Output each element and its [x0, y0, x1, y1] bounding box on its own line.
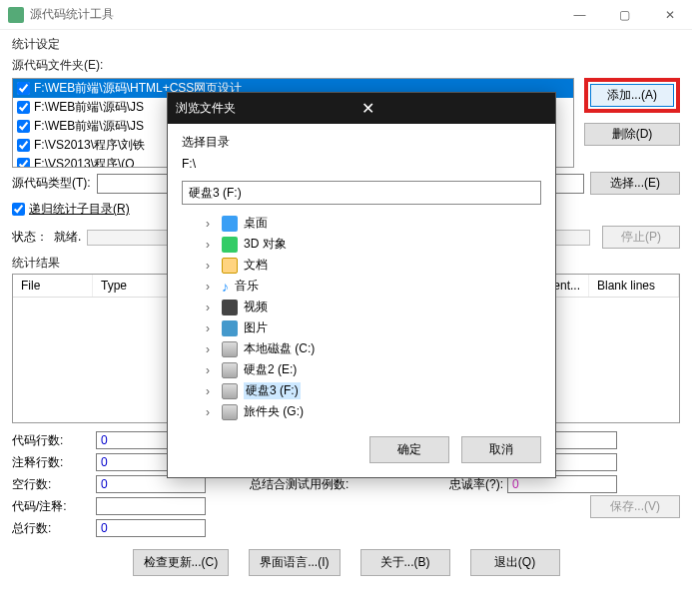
- folder-icon: [222, 362, 238, 378]
- loyalty-label: 忠诚率(?):: [423, 476, 503, 493]
- folder-icon: [222, 216, 238, 232]
- dialog-heading: 选择目录: [182, 134, 541, 151]
- language-button[interactable]: 界面语言...(I): [249, 549, 340, 576]
- titlebar: 源代码统计工具 — ▢ ✕: [0, 0, 692, 30]
- about-button[interactable]: 关于...(B): [360, 549, 450, 576]
- expand-arrow-icon[interactable]: ›: [206, 217, 216, 231]
- browse-folder-dialog: 浏览文件夹 ✕ 选择目录 F:\ ›桌面›3D 对象›文档›♪音乐›视频›图片›…: [167, 92, 556, 478]
- tree-item[interactable]: ›硬盘2 (E:): [182, 359, 541, 380]
- close-button[interactable]: ✕: [647, 0, 692, 29]
- select-type-button[interactable]: 选择...(E): [590, 172, 680, 195]
- tree-item[interactable]: ›♪音乐: [182, 276, 541, 297]
- dialog-close-icon[interactable]: ✕: [355, 99, 547, 118]
- folder-icon: [222, 300, 238, 315]
- expand-arrow-icon[interactable]: ›: [206, 405, 216, 419]
- comment-lines-label: 注释行数:: [12, 454, 92, 471]
- test-cases-label: 总结合测试用例数:: [250, 476, 379, 493]
- folder-icon: ♪: [222, 279, 229, 295]
- settings-group-label: 统计设定: [12, 36, 680, 53]
- dialog-ok-button[interactable]: 确定: [369, 436, 449, 463]
- folder-icon: [222, 258, 238, 274]
- type-label: 源代码类型(T):: [12, 175, 91, 192]
- expand-arrow-icon[interactable]: ›: [206, 384, 216, 398]
- tree-item-label: 硬盘2 (E:): [244, 361, 297, 378]
- folder-check[interactable]: [17, 101, 30, 114]
- exit-button[interactable]: 退出(Q): [470, 549, 560, 576]
- status-label: 状态：: [12, 229, 48, 246]
- expand-arrow-icon[interactable]: ›: [206, 259, 216, 273]
- minimize-button[interactable]: —: [557, 0, 602, 29]
- ratio-label: 代码/注释:: [12, 498, 92, 515]
- total-value: [96, 519, 206, 537]
- folder-icon: [222, 404, 238, 420]
- folder-check[interactable]: [17, 158, 30, 168]
- dialog-cancel-button[interactable]: 取消: [461, 436, 541, 463]
- tree-item[interactable]: ›视频: [182, 297, 541, 317]
- total-label: 总行数:: [12, 520, 92, 537]
- tree-item-label: 图片: [244, 319, 268, 336]
- folder-icon: [222, 341, 238, 357]
- save-button[interactable]: 保存...(V): [590, 495, 680, 518]
- folder-check[interactable]: [17, 82, 30, 95]
- tree-item-label: 文档: [244, 257, 268, 274]
- dialog-path: F:\: [182, 157, 541, 171]
- tree-item-label: 本地磁盘 (C:): [244, 340, 315, 357]
- tree-item-label: 3D 对象: [244, 236, 287, 253]
- add-folder-button[interactable]: 添加...(A): [590, 84, 674, 107]
- recurse-label: 递归统计子目录(R): [29, 201, 130, 218]
- folder-check[interactable]: [17, 120, 30, 133]
- tree-item-label: 桌面: [244, 215, 268, 232]
- maximize-button[interactable]: ▢: [602, 0, 647, 29]
- expand-arrow-icon[interactable]: ›: [206, 280, 216, 294]
- folder-icon: [222, 237, 238, 253]
- app-icon: [8, 7, 24, 23]
- expand-arrow-icon[interactable]: ›: [206, 301, 216, 314]
- check-update-button[interactable]: 检查更新...(C): [133, 549, 230, 576]
- expand-arrow-icon[interactable]: ›: [206, 321, 216, 335]
- ratio-value: [96, 497, 206, 515]
- folders-label: 源代码文件夹(E):: [12, 57, 680, 74]
- blank-lines-label: 空行数:: [12, 476, 92, 493]
- tree-item[interactable]: ›图片: [182, 317, 541, 338]
- window-title: 源代码统计工具: [30, 6, 557, 23]
- recurse-checkbox[interactable]: [12, 203, 25, 216]
- status-value: 就绪.: [54, 229, 81, 246]
- location-input[interactable]: [182, 181, 541, 205]
- dialog-title: 浏览文件夹: [176, 100, 355, 117]
- expand-arrow-icon[interactable]: ›: [206, 342, 216, 356]
- tree-item[interactable]: ›3D 对象: [182, 234, 541, 255]
- tree-item[interactable]: ›文档: [182, 255, 541, 276]
- add-button-highlight: 添加...(A): [584, 78, 680, 113]
- stop-button[interactable]: 停止(P): [602, 226, 680, 249]
- tree-item-label: 音乐: [235, 278, 259, 295]
- delete-folder-button[interactable]: 删除(D): [584, 123, 680, 146]
- expand-arrow-icon[interactable]: ›: [206, 363, 216, 377]
- tree-item-label: 旅件央 (G:): [244, 403, 304, 420]
- tree-item[interactable]: ›硬盘3 (F:): [182, 380, 541, 401]
- folder-tree[interactable]: ›桌面›3D 对象›文档›♪音乐›视频›图片›本地磁盘 (C:)›硬盘2 (E:…: [182, 213, 541, 422]
- col-blank[interactable]: Blank lines: [589, 275, 679, 297]
- code-lines-label: 代码行数:: [12, 432, 92, 449]
- expand-arrow-icon[interactable]: ›: [206, 238, 216, 252]
- tree-item[interactable]: ›本地磁盘 (C:): [182, 338, 541, 359]
- tree-item-label: 硬盘3 (F:): [244, 382, 301, 399]
- col-file[interactable]: File: [13, 275, 93, 297]
- tree-item-label: 视频: [244, 299, 268, 315]
- tree-item[interactable]: ›旅件央 (G:): [182, 401, 541, 422]
- folder-icon: [222, 320, 238, 336]
- dialog-titlebar[interactable]: 浏览文件夹 ✕: [168, 93, 555, 124]
- folder-check[interactable]: [17, 139, 30, 152]
- tree-item[interactable]: ›桌面: [182, 213, 541, 234]
- folder-icon: [222, 383, 238, 399]
